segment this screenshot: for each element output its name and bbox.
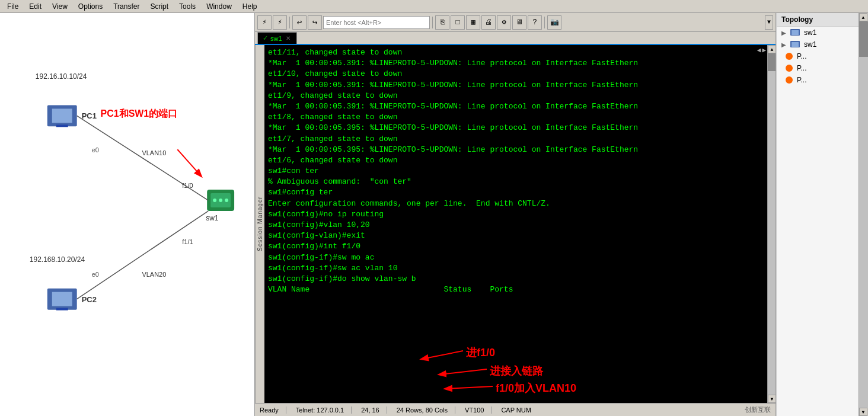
topo-label-0: sw1 <box>804 28 816 37</box>
toolbar-forward-btn[interactable]: ↪ <box>308 15 322 30</box>
tab-check-icon: ✓ <box>263 34 268 42</box>
terminal-line-1: *Mar 1 00:00:05.391: %LINEPROTO-5-UPDOWN… <box>268 58 764 69</box>
toolbar-sep3 <box>544 17 545 28</box>
scroll-up-arrow[interactable]: ▲ <box>768 45 776 53</box>
topo-label-3: P... <box>797 64 806 72</box>
menu-window[interactable]: Window <box>202 1 237 12</box>
toolbar-paste-btn[interactable]: □ <box>451 15 465 30</box>
toolbar-back-btn[interactable]: ↩ <box>292 15 307 30</box>
toolbar-copy-btn[interactable]: ⎘ <box>435 15 449 30</box>
toolbar-lightning1-btn[interactable]: ⚡ <box>257 15 272 30</box>
menu-edit[interactable]: Edit <box>24 1 46 12</box>
toolbar-print-btn[interactable]: 🖨 <box>481 15 496 30</box>
menu-bar: File Edit View Options Transfer Script T… <box>0 0 868 13</box>
main-content: 192.16.10.10/24 192.168.10.20/24 PC1 PC2… <box>0 13 868 416</box>
host-input[interactable] <box>323 16 430 29</box>
tab-bar: ✓ sw1 ✕ <box>255 32 776 45</box>
menu-options[interactable]: Options <box>74 1 107 12</box>
terminal-line-19: sw1(config-if)#sw mo ac <box>268 252 764 263</box>
svg-rect-15 <box>792 42 799 47</box>
tab-close-btn[interactable]: ✕ <box>285 35 292 42</box>
topology-item-4[interactable]: P... <box>777 74 859 86</box>
menu-script[interactable]: Script <box>145 1 173 12</box>
status-ready: Ready <box>260 407 286 414</box>
f1-1-label: f1/1 <box>182 238 193 245</box>
menu-file[interactable]: File <box>2 1 23 12</box>
toolbar-dropdown-btn[interactable]: ▼ <box>765 15 773 30</box>
status-terminal: VT100 <box>465 407 492 414</box>
topo-scroll-down[interactable]: ▼ <box>859 408 867 416</box>
terminal-nav-next[interactable]: ▶ <box>762 46 766 55</box>
toolbar-key-btn[interactable]: ▦ <box>466 15 480 30</box>
svg-point-7 <box>219 199 222 202</box>
terminal-nav-prev[interactable]: ◀ <box>757 46 761 55</box>
topology-item-2[interactable]: P... <box>777 50 859 62</box>
svg-rect-13 <box>792 30 799 35</box>
terminal-line-8: et1/7, changed state to down <box>268 134 764 145</box>
topo-label-2: P... <box>797 52 806 60</box>
status-size: 24 Rows, 80 Cols <box>397 407 455 414</box>
terminal-line-17: sw1(config-vlan)#exit <box>268 231 764 241</box>
topo-label-1: sw1 <box>804 40 816 49</box>
f1-0-label: f1/0 <box>182 182 193 189</box>
terminal-line-6: et1/8, changed state to down <box>268 112 764 123</box>
terminal-line-20: sw1(config-if)#sw ac vlan 10 <box>268 263 764 274</box>
svg-point-8 <box>225 199 228 202</box>
menu-transfer[interactable]: Transfer <box>108 1 144 12</box>
annot-vlan10: f1/0加入VLAN10 <box>496 382 576 394</box>
tab-label: sw1 <box>270 35 282 42</box>
pc1-text: PC1 <box>82 111 97 120</box>
e0-label-1: e0 <box>92 146 99 153</box>
terminal-line-10: et1/6, changed state to down <box>268 155 764 166</box>
topology-item-3[interactable]: P... <box>777 62 859 74</box>
vlan10-label: VLAN10 <box>142 149 166 156</box>
scroll-down-arrow[interactable]: ▼ <box>768 395 776 403</box>
toolbar-lightning2-btn[interactable]: ⚡ <box>273 15 287 30</box>
scroll-thumb[interactable] <box>768 53 776 71</box>
svg-point-18 <box>786 76 793 84</box>
toolbar-question-btn[interactable]: ? <box>528 15 542 30</box>
topology-scrollbar[interactable]: ▲ ▼ <box>859 13 868 416</box>
terminal-scrollbar[interactable]: ▲ ▼ <box>767 45 776 403</box>
menu-help[interactable]: Help <box>238 1 262 12</box>
status-bar: Ready Telnet: 127.0.0.1 24, 16 24 Rows, … <box>255 403 776 416</box>
toolbar-monitor-btn[interactable]: 🖥 <box>512 15 526 30</box>
topo-label-4: P... <box>797 76 806 84</box>
vlan20-label: VLAN20 <box>142 271 166 278</box>
terminal-line-11: sw1#con ter <box>268 166 764 177</box>
terminal-output[interactable]: ◀▶et1/11, changed state to down*Mar 1 00… <box>264 45 767 403</box>
annotation-pc1-sw1: PC1和SW1的端口 <box>101 108 178 119</box>
menu-view[interactable]: View <box>47 1 72 12</box>
status-cursor: 24, 16 <box>361 407 387 414</box>
toolbar-screenshot-btn[interactable]: 📷 <box>547 15 561 30</box>
topo-dot-icon-4 <box>785 76 793 84</box>
terminal-line-18: sw1(config)#int f1/0 <box>268 241 764 252</box>
toolbar-settings-btn[interactable]: ⚙ <box>497 15 511 30</box>
terminal-line-0: et1/11, changed state to down <box>268 47 764 58</box>
topology-item-0[interactable]: ▶ sw1 <box>777 27 859 39</box>
topo-pc-icon-0 <box>790 28 800 37</box>
status-caps: CAP NUM <box>501 407 531 414</box>
topo-scroll-thumb[interactable] <box>859 21 868 57</box>
topo-scroll-track <box>859 21 868 408</box>
toolbar: ⚡ ⚡ ↩ ↪ ⎘ □ ▦ 🖨 ⚙ 🖥 ? 📷 ▼ <box>255 13 776 32</box>
terminal-line-9: *Mar 1 00:00:05.395: %LINEPROTO-5-UPDOWN… <box>268 145 764 155</box>
svg-line-9 <box>422 351 463 359</box>
topo-scroll-up[interactable]: ▲ <box>859 13 867 21</box>
topology-header: Topology <box>777 13 859 27</box>
network-diagram: 192.16.10.10/24 192.168.10.20/24 PC1 PC2… <box>0 13 255 416</box>
terminal-line-14: Enter configuration commands, one per li… <box>268 199 764 209</box>
topo-pc-icon-1 <box>790 40 800 49</box>
session-manager-label: Session Manager <box>255 45 264 403</box>
tab-sw1[interactable]: ✓ sw1 ✕ <box>257 32 297 44</box>
topo-dot-icon-2 <box>785 52 793 60</box>
terminal-line-3: *Mar 1 00:00:05.391: %LINEPROTO-5-UPDOWN… <box>268 80 764 91</box>
svg-line-11 <box>445 386 493 389</box>
svg-rect-4 <box>56 308 68 311</box>
topology-item-1[interactable]: ▶ sw1 <box>777 39 859 50</box>
menu-tools[interactable]: Tools <box>174 1 200 12</box>
svg-point-16 <box>786 53 793 60</box>
terminal-line-16: sw1(config)#vlan 10,20 <box>268 220 764 231</box>
topo-expand-1: ▶ <box>781 41 786 48</box>
terminal-line-2: et1/10, changed state to down <box>268 69 764 79</box>
